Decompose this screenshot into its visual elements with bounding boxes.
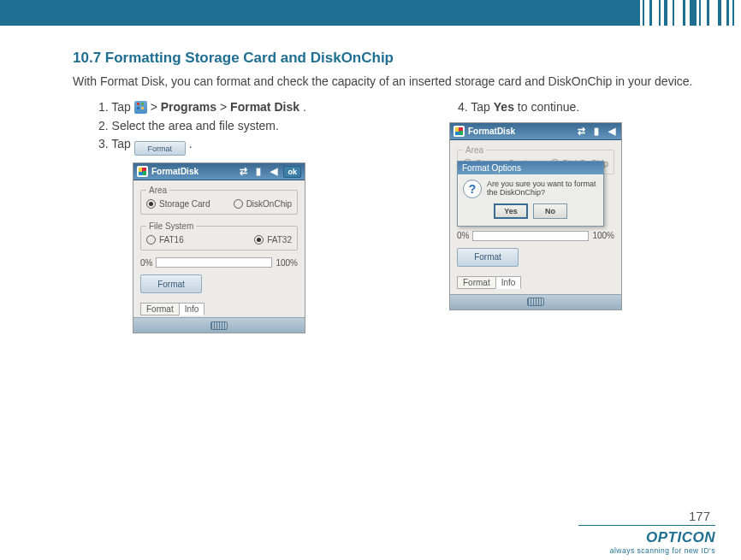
start-icon — [134, 101, 147, 114]
signal-icon: ▮ — [252, 166, 264, 178]
radio-dot-off-icon — [234, 199, 243, 209]
volume-icon: ◀ — [268, 166, 280, 178]
device-bottombar — [450, 294, 621, 309]
step4-end: to continue. — [518, 100, 579, 114]
step1-pre: 1. Tap — [98, 100, 134, 114]
device2-titlebar: FormatDisk ⇄ ▮ ◀ — [450, 123, 621, 140]
right-column: 4. Tap Yes to continue. FormatDisk ⇄ ▮ ◀… — [432, 98, 740, 333]
dialog-title: Format Options — [458, 162, 603, 174]
radio-dot-off-icon — [146, 235, 156, 245]
yes-button[interactable]: Yes — [494, 203, 528, 219]
progress-bar — [156, 257, 272, 268]
page-footer: 177 OPTICON always scanning for new ID's — [578, 509, 715, 555]
connectivity-icon: ⇄ — [575, 125, 587, 137]
step1-end: . — [303, 100, 306, 114]
pct-100: 100% — [592, 231, 614, 240]
page-number: 177 — [578, 509, 715, 523]
section-heading: 10.7 Formatting Storage Card and DiskOnC… — [73, 50, 707, 67]
progress-row: 0% 100% — [140, 257, 298, 268]
tab-info[interactable]: Info — [179, 303, 205, 315]
device-screenshot-2: FormatDisk ⇄ ▮ ◀ Area Storage Card — [449, 122, 622, 310]
device1-title: FormatDisk — [151, 167, 199, 176]
step-4: 4. Tap Yes to continue. — [458, 98, 740, 117]
step4-pre: 4. Tap — [458, 100, 494, 114]
ok-button[interactable]: ok — [283, 166, 301, 178]
tabs: Format Info — [457, 274, 614, 289]
step-3: 3. Tap Format . — [98, 135, 381, 156]
step3-end: . — [189, 137, 193, 150]
dialog-message: Are you sure you want to format the Disk… — [487, 180, 598, 197]
pct-0: 0% — [140, 258, 152, 268]
page-content: 10.7 Formatting Storage Card and DiskOnC… — [0, 26, 741, 333]
volume-icon: ◀ — [606, 125, 618, 137]
fs-legend: File System — [146, 221, 196, 231]
confirm-dialog: Format Options ? Are you sure you want t… — [457, 161, 604, 227]
tab-format[interactable]: Format — [457, 276, 496, 289]
radio-dot-on-icon — [254, 235, 264, 245]
format-button[interactable]: Format — [140, 274, 202, 293]
radio-storage-card[interactable]: Storage Card — [146, 199, 210, 209]
device1-titlebar: FormatDisk ⇄ ▮ ◀ ok — [133, 163, 305, 180]
radio-diskonchip[interactable]: DiskOnChip — [234, 199, 292, 209]
barcode-decoration — [640, 0, 741, 26]
tab-info[interactable]: Info — [495, 276, 522, 289]
progress-row: 0% 100% — [457, 231, 614, 241]
tabs: Format Info — [140, 300, 298, 315]
radio-fat16[interactable]: FAT16 — [146, 235, 184, 245]
no-button[interactable]: No — [533, 203, 567, 219]
area-fieldset: Area Storage Card DiskOnChip — [140, 186, 298, 215]
pct-100: 100% — [276, 258, 298, 268]
opticon-logo: OPTICON — [578, 529, 715, 546]
header-bar — [0, 0, 741, 26]
keyboard-icon[interactable] — [210, 321, 228, 330]
step1-formatdisk: Format Disk — [230, 100, 299, 114]
step1-mid: > — [220, 100, 230, 114]
pct-0: 0% — [457, 231, 469, 240]
tagline: always scanning for new ID's — [578, 546, 715, 555]
device-screenshot-1: FormatDisk ⇄ ▮ ◀ ok Area Storage Card — [133, 162, 305, 333]
radio-label: Storage Card — [159, 199, 210, 209]
question-icon: ? — [463, 180, 482, 198]
area-legend: Area — [146, 186, 169, 195]
connectivity-icon: ⇄ — [237, 166, 249, 178]
radio-label: FAT16 — [159, 235, 184, 245]
step4-yes: Yes — [494, 100, 514, 114]
start-flag-icon — [453, 126, 465, 137]
format-button[interactable]: Format — [457, 248, 519, 267]
device-bottombar — [133, 317, 305, 333]
steps-list-left: 1. Tap > Programs > Format Disk . 2. Sel… — [73, 98, 381, 156]
filesystem-fieldset: File System FAT16 FAT32 — [140, 221, 298, 251]
radio-label: FAT32 — [267, 235, 292, 245]
keyboard-icon[interactable] — [527, 298, 544, 306]
step-2: 2. Select the area and file system. — [98, 117, 381, 136]
left-column: 1. Tap > Programs > Format Disk . 2. Sel… — [73, 98, 381, 333]
radio-label: DiskOnChip — [246, 199, 292, 209]
radio-dot-on-icon — [146, 199, 156, 209]
device2-title: FormatDisk — [468, 127, 515, 136]
steps-list-right: 4. Tap Yes to continue. — [432, 98, 740, 117]
step3-pre: 3. Tap — [98, 137, 134, 150]
intro-paragraph: With Format Disk, you can format and che… — [73, 74, 707, 90]
step1-programs: Programs — [161, 100, 216, 114]
area-legend: Area — [463, 145, 486, 155]
radio-fat32[interactable]: FAT32 — [254, 235, 292, 245]
tab-format[interactable]: Format — [140, 303, 180, 315]
format-button-inline: Format — [134, 141, 186, 156]
footer-rule — [578, 525, 715, 526]
start-flag-icon — [137, 166, 148, 177]
progress-bar — [472, 231, 589, 241]
step-1: 1. Tap > Programs > Format Disk . — [98, 98, 381, 117]
signal-icon: ▮ — [590, 125, 602, 137]
step1-sep: > — [151, 100, 161, 114]
